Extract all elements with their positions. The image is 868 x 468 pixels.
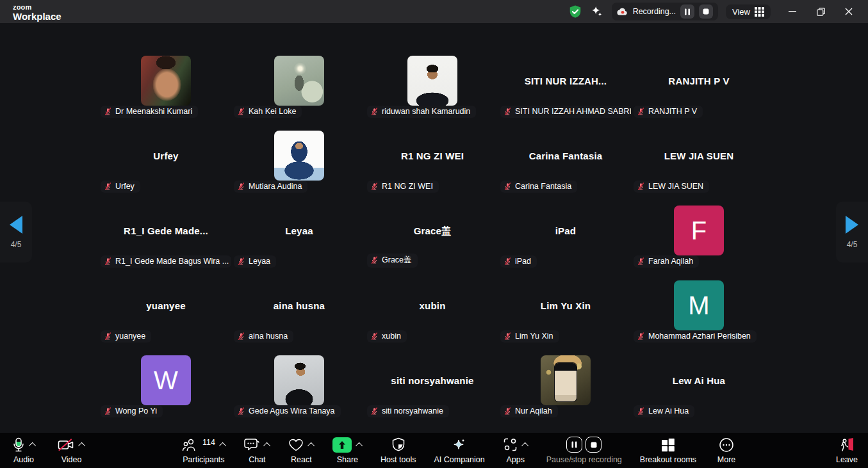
react-chevron[interactable] xyxy=(307,442,315,449)
participants-icon xyxy=(181,438,197,452)
participant-display-name: Grace盖 xyxy=(366,225,499,238)
ai-companion-button[interactable]: AI Companion xyxy=(431,433,487,468)
next-page-button[interactable]: 4/5 xyxy=(836,202,868,262)
avatar-letter: W xyxy=(141,355,191,405)
previous-page-button[interactable]: 4/5 xyxy=(0,202,32,262)
mic-muted-icon xyxy=(504,182,512,191)
participant-tile[interactable]: Gede Agus Wira Tanaya xyxy=(233,350,366,424)
participant-tile[interactable]: iPad iPad xyxy=(499,200,632,275)
participant-tile[interactable]: Leyaa Leyaa xyxy=(233,200,366,275)
chat-button[interactable]: Chat xyxy=(242,433,273,468)
video-button[interactable]: Video xyxy=(55,433,88,468)
apps-button[interactable]: Apps xyxy=(500,433,531,468)
avatar-letter: F xyxy=(674,206,724,255)
breakout-rooms-button[interactable]: Breakout rooms xyxy=(637,433,699,468)
participant-tile[interactable]: LEW JIA SUEN LEW JIA SUEN xyxy=(632,125,766,200)
participant-nameplate: RANJITH P V xyxy=(634,106,703,118)
titlebar: zoom Workplace Recording... xyxy=(0,0,868,23)
mic-muted-icon xyxy=(370,256,379,264)
participant-tile[interactable]: M Mohammad Azhari Perisiben xyxy=(632,275,766,350)
participant-tile[interactable]: aina husna aina husna xyxy=(233,275,366,350)
participant-nameplate: Grace盖 xyxy=(367,254,418,268)
chat-chevron[interactable] xyxy=(263,442,270,449)
apps-label: Apps xyxy=(506,455,525,464)
participant-tile[interactable]: siti norsyahwanie siti norsyahwanie xyxy=(366,350,499,424)
participant-nameplate: riduwan shah Kamarudin xyxy=(367,106,476,118)
share-label: Share xyxy=(337,455,358,464)
host-tools-button[interactable]: Host tools xyxy=(378,433,419,468)
toolbar-stop-recording-button[interactable] xyxy=(585,437,602,453)
participant-tile[interactable]: R1 NG ZI WEI R1 NG ZI WEI xyxy=(366,125,499,200)
avatar-photo xyxy=(274,355,324,405)
maximize-button[interactable] xyxy=(807,2,835,21)
participant-name-text: aina husna xyxy=(249,332,288,341)
participant-name-text: Farah Aqilah xyxy=(648,257,693,266)
share-chevron[interactable] xyxy=(356,442,363,449)
participants-label: Participants xyxy=(183,455,224,464)
participant-tile[interactable]: SITI NUR IZZAH... SITI NUR IZZAH AHMAD S… xyxy=(499,50,632,125)
share-button[interactable]: Share xyxy=(330,433,365,468)
mic-muted-icon xyxy=(104,182,112,191)
close-button[interactable] xyxy=(835,2,863,21)
audio-options-chevron[interactable] xyxy=(28,442,35,449)
minimize-button[interactable] xyxy=(778,2,807,21)
participant-tile[interactable]: xubin xubin xyxy=(366,275,499,350)
participant-tile[interactable]: yuanyee yuanyee xyxy=(99,275,233,350)
participant-nameplate: Dr Meenakshi Kumari xyxy=(101,106,198,118)
participant-display-name: R1_I Gede Made... xyxy=(99,225,233,236)
participant-tile[interactable]: R1_I Gede Made... R1_I Gede Made Bagus W… xyxy=(99,200,233,275)
stop-recording-button[interactable] xyxy=(699,4,713,19)
participants-count: 114 xyxy=(202,438,215,447)
audio-button[interactable]: Audio xyxy=(9,433,38,468)
participant-tile[interactable]: Nur Aqilah xyxy=(499,350,632,424)
participant-tile[interactable]: Urfey Urfey xyxy=(99,125,233,200)
video-options-chevron[interactable] xyxy=(78,442,85,449)
participant-display-name: R1 NG ZI WEI xyxy=(366,150,499,161)
participant-display-name: Carina Fantasia xyxy=(499,150,632,161)
ai-companion-label: AI Companion xyxy=(434,455,484,464)
view-button[interactable]: View xyxy=(726,4,771,19)
participant-nameplate: siti norsyahwanie xyxy=(367,405,449,417)
participant-nameplate: R1 NG ZI WEI xyxy=(367,181,439,193)
participant-tile[interactable]: Mutiara Audina xyxy=(233,125,366,200)
participant-display-name: siti norsyahwanie xyxy=(366,375,499,386)
participant-name-text: iPad xyxy=(515,257,531,266)
participant-tile[interactable]: Carina Fantasia Carina Fantasia xyxy=(499,125,632,200)
zoom-meeting-window: zoom Workplace Recording... xyxy=(0,0,868,468)
mic-muted-icon xyxy=(370,332,379,341)
participant-grid: Dr Meenakshi Kumari Kah Kei Loke xyxy=(99,50,766,424)
participant-name-text: Mutiara Audina xyxy=(249,182,302,191)
participant-display-name: SITI NUR IZZAH... xyxy=(499,76,632,86)
participant-tile[interactable]: riduwan shah Kamarudin xyxy=(366,50,499,125)
participant-name-text: Wong Po Yi xyxy=(115,407,157,416)
participant-display-name: Lew Ai Hua xyxy=(632,375,766,386)
participant-tile[interactable]: W Wong Po Yi xyxy=(99,350,233,424)
participant-display-name: aina husna xyxy=(233,300,366,311)
participant-display-name: Urfey xyxy=(99,150,233,161)
participants-button[interactable]: 114 Participants xyxy=(179,433,229,468)
pause-recording-button[interactable] xyxy=(680,4,694,19)
participant-tile[interactable]: F Farah Aqilah xyxy=(632,200,766,275)
participant-tile[interactable]: Grace盖 Grace盖 xyxy=(366,200,499,275)
view-label: View xyxy=(732,7,750,17)
apps-chevron[interactable] xyxy=(521,442,528,449)
video-gallery-stage: Dr Meenakshi Kumari Kah Kei Loke xyxy=(0,23,868,433)
recording-label: Recording... xyxy=(633,7,676,16)
participant-tile[interactable]: Lim Yu Xin Lim Yu Xin xyxy=(499,275,632,350)
security-shield-icon[interactable] xyxy=(568,4,582,19)
participant-tile[interactable]: RANJITH P V RANJITH P V xyxy=(632,50,766,125)
participant-name-text: Lew Ai Hua xyxy=(648,407,689,416)
ai-companion-sparkle-icon[interactable] xyxy=(590,4,604,19)
react-button[interactable]: React xyxy=(286,433,317,468)
toolbar-pause-recording-button[interactable] xyxy=(566,437,582,453)
more-button[interactable]: More xyxy=(712,433,741,468)
participant-tile[interactable]: Kah Kei Loke xyxy=(233,50,366,125)
participant-tile[interactable]: Dr Meenakshi Kumari xyxy=(99,50,233,125)
participant-nameplate: iPad xyxy=(500,255,537,268)
participant-tile[interactable]: Lew Ai Hua Lew Ai Hua xyxy=(632,350,766,424)
leave-button[interactable]: Leave xyxy=(832,433,862,468)
participants-chevron[interactable] xyxy=(219,442,226,449)
chat-label: Chat xyxy=(249,455,265,464)
participant-nameplate: LEW JIA SUEN xyxy=(634,181,709,193)
participant-nameplate: Gede Agus Wira Tanaya xyxy=(234,405,341,417)
